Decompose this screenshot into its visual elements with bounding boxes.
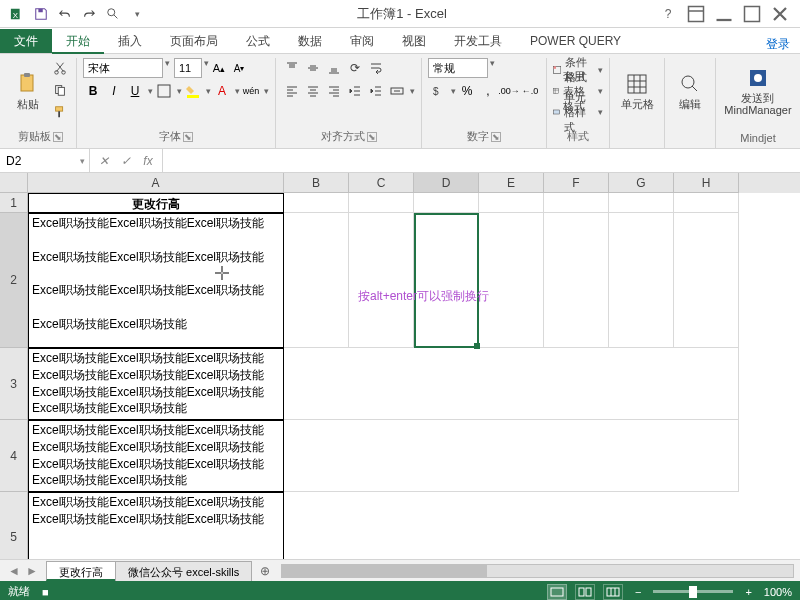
decrease-decimal-icon[interactable]: ←.0 xyxy=(520,81,540,101)
border-icon[interactable] xyxy=(154,81,174,101)
col-h[interactable]: H xyxy=(674,173,739,193)
editing-button[interactable]: 编辑 xyxy=(671,58,709,124)
merge-icon[interactable] xyxy=(387,81,407,101)
undo-icon[interactable] xyxy=(54,3,76,25)
file-tab[interactable]: 文件 xyxy=(0,29,52,53)
maximize-icon[interactable] xyxy=(740,4,764,24)
cell-a2[interactable]: Excel职场技能Excel职场技能Excel职场技能 Excel职场技能Exc… xyxy=(28,213,284,348)
cell-styles-button[interactable]: 单元格样式▾ xyxy=(553,102,603,122)
zoom-in-icon[interactable]: + xyxy=(741,586,755,598)
paste-button[interactable]: 粘贴 xyxy=(10,58,46,124)
increase-font-icon[interactable]: A▴ xyxy=(209,58,229,78)
launcher-align[interactable]: ⬊ xyxy=(367,132,377,142)
tab-review[interactable]: 审阅 xyxy=(336,29,388,53)
row-5[interactable]: 5 xyxy=(0,492,28,559)
align-center-icon[interactable] xyxy=(303,81,323,101)
align-top-icon[interactable] xyxy=(282,58,302,78)
cancel-formula-icon[interactable]: ✕ xyxy=(94,151,114,171)
zoom-slider[interactable] xyxy=(653,590,733,593)
name-box[interactable]: D2 xyxy=(0,149,90,172)
tab-layout[interactable]: 页面布局 xyxy=(156,29,232,53)
minimize-icon[interactable] xyxy=(712,4,736,24)
font-name-drop[interactable]: ▾ xyxy=(163,58,170,78)
tab-view[interactable]: 视图 xyxy=(388,29,440,53)
font-name-input[interactable] xyxy=(83,58,163,78)
row-2[interactable]: 2 xyxy=(0,213,28,348)
cell-a5[interactable]: Excel职场技能Excel职场技能Excel职场技能 Excel职场技能Exc… xyxy=(28,492,284,559)
tab-developer[interactable]: 开发工具 xyxy=(440,29,516,53)
sheet-nav-prev-icon[interactable]: ◄ xyxy=(6,563,22,579)
accounting-icon[interactable]: $ xyxy=(428,81,448,101)
row-3[interactable]: 3 xyxy=(0,348,28,420)
align-middle-icon[interactable] xyxy=(303,58,323,78)
tab-insert[interactable]: 插入 xyxy=(104,29,156,53)
col-g[interactable]: G xyxy=(609,173,674,193)
enter-formula-icon[interactable]: ✓ xyxy=(116,151,136,171)
save-icon[interactable] xyxy=(30,3,52,25)
close-icon[interactable] xyxy=(768,4,792,24)
row-4[interactable]: 4 xyxy=(0,420,28,492)
row-1[interactable]: 1 xyxy=(0,193,28,213)
tab-formulas[interactable]: 公式 xyxy=(232,29,284,53)
redo-icon[interactable] xyxy=(78,3,100,25)
col-a[interactable]: A xyxy=(28,173,284,193)
cell-a4[interactable]: Excel职场技能Excel职场技能Excel职场技能 Excel职场技能Exc… xyxy=(28,420,284,492)
align-right-icon[interactable] xyxy=(324,81,344,101)
login-link[interactable]: 登录 xyxy=(766,36,800,53)
excel-icon[interactable]: X xyxy=(6,3,28,25)
decrease-indent-icon[interactable] xyxy=(345,81,365,101)
col-c[interactable]: C xyxy=(349,173,414,193)
formula-input[interactable] xyxy=(163,149,800,172)
tab-home[interactable]: 开始 xyxy=(52,30,104,54)
align-bottom-icon[interactable] xyxy=(324,58,344,78)
zoom-out-icon[interactable]: − xyxy=(631,586,645,598)
add-sheet-icon[interactable]: ⊕ xyxy=(255,561,275,581)
col-e[interactable]: E xyxy=(479,173,544,193)
horizontal-scrollbar[interactable] xyxy=(281,564,794,578)
fill-color-icon[interactable] xyxy=(183,81,203,101)
tab-data[interactable]: 数据 xyxy=(284,29,336,53)
copy-icon[interactable] xyxy=(50,80,70,100)
orientation-icon[interactable]: ⟳ xyxy=(345,58,365,78)
font-size-input[interactable] xyxy=(174,58,202,78)
col-f[interactable]: F xyxy=(544,173,609,193)
ribbon-options-icon[interactable] xyxy=(684,4,708,24)
touch-mode-icon[interactable] xyxy=(102,3,124,25)
macro-record-icon[interactable]: ■ xyxy=(42,586,49,598)
sheet-nav-next-icon[interactable]: ► xyxy=(24,563,40,579)
view-pagebreak-icon[interactable] xyxy=(603,584,623,600)
sheet-tab-2[interactable]: 微信公众号 excel-skills xyxy=(115,561,252,581)
phonetic-icon[interactable]: wén xyxy=(241,81,261,101)
number-format-input[interactable] xyxy=(428,58,488,78)
wrap-text-icon[interactable] xyxy=(366,58,386,78)
col-d[interactable]: D xyxy=(414,173,479,193)
percent-icon[interactable]: % xyxy=(457,81,477,101)
sheet-tab-1[interactable]: 更改行高 xyxy=(46,561,116,581)
cell-grid[interactable]: 更改行高 Excel职场技能Excel职场技能Excel职场技能 Excel职场… xyxy=(28,193,800,559)
format-painter-icon[interactable] xyxy=(50,102,70,122)
select-all-corner[interactable] xyxy=(0,173,28,193)
align-left-icon[interactable] xyxy=(282,81,302,101)
decrease-font-icon[interactable]: A▾ xyxy=(229,58,249,78)
qat-more-icon[interactable]: ▾ xyxy=(126,3,148,25)
font-size-drop[interactable]: ▾ xyxy=(202,58,209,78)
increase-decimal-icon[interactable]: .00→ xyxy=(499,81,519,101)
launcher-font[interactable]: ⬊ xyxy=(183,132,193,142)
italic-icon[interactable]: I xyxy=(104,81,124,101)
zoom-level[interactable]: 100% xyxy=(764,586,792,598)
underline-icon[interactable]: U xyxy=(125,81,145,101)
tab-powerquery[interactable]: POWER QUERY xyxy=(516,29,635,53)
help-icon[interactable]: ? xyxy=(656,4,680,24)
cell-a1[interactable]: 更改行高 xyxy=(28,193,284,213)
bold-icon[interactable]: B xyxy=(83,81,103,101)
launcher-number[interactable]: ⬊ xyxy=(491,132,501,142)
fx-icon[interactable]: fx xyxy=(138,151,158,171)
cells-button[interactable]: 单元格 xyxy=(616,58,658,124)
mindmanager-button[interactable]: 发送到MindManager xyxy=(722,58,794,124)
comma-icon[interactable]: , xyxy=(478,81,498,101)
cut-icon[interactable] xyxy=(50,58,70,78)
launcher-clipboard[interactable]: ⬊ xyxy=(53,132,63,142)
increase-indent-icon[interactable] xyxy=(366,81,386,101)
cell-a3[interactable]: Excel职场技能Excel职场技能Excel职场技能 Excel职场技能Exc… xyxy=(28,348,284,420)
view-normal-icon[interactable] xyxy=(547,584,567,600)
